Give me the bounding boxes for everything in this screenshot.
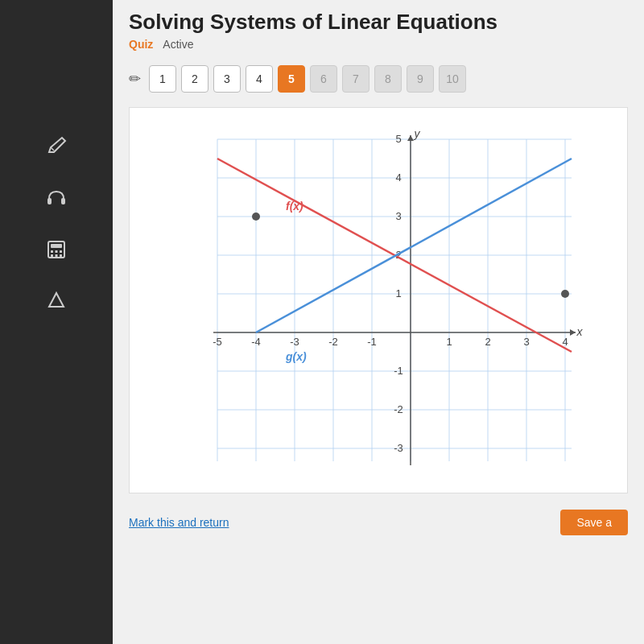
graph-area: -5 -4 -3 -2 -1 1 2 3 4 x 5 4 3 2 1 -1 -2… [129, 107, 628, 493]
svg-rect-3 [61, 198, 65, 204]
svg-line-1 [51, 147, 54, 151]
svg-text:4: 4 [395, 171, 401, 184]
footer: Mark this and return Save a [113, 502, 644, 543]
active-label: Active [163, 38, 193, 51]
svg-text:-1: -1 [367, 336, 377, 348]
svg-text:1: 1 [446, 336, 452, 348]
question-btn-6[interactable]: 6 [310, 65, 337, 93]
svg-text:5: 5 [395, 133, 401, 145]
svg-rect-7 [56, 250, 58, 253]
question-btn-2[interactable]: 2 [181, 65, 208, 93]
svg-rect-10 [56, 254, 58, 257]
headphones-tool[interactable] [39, 180, 74, 216]
fx-label: f(x) [286, 200, 303, 213]
svg-rect-11 [60, 254, 62, 257]
svg-text:-4: -4 [251, 336, 261, 348]
svg-rect-6 [51, 250, 53, 253]
gx-label: g(x) [285, 350, 307, 363]
svg-text:-5: -5 [213, 336, 222, 348]
svg-text:-3: -3 [290, 336, 299, 348]
svg-text:4: 4 [562, 336, 568, 348]
svg-rect-8 [60, 250, 62, 253]
pencil-tool[interactable] [39, 129, 74, 164]
gx-line [256, 159, 572, 332]
question-btn-3[interactable]: 3 [213, 65, 241, 93]
question-btn-8[interactable]: 8 [374, 65, 402, 93]
svg-marker-12 [49, 293, 64, 307]
svg-text:-1: -1 [394, 365, 403, 377]
arrow-up-tool[interactable] [39, 283, 74, 319]
main-content: Solving Systems of Linear Equations Quiz… [113, 0, 644, 644]
svg-text:3: 3 [395, 210, 401, 222]
question-btn-5[interactable]: 5 [278, 65, 305, 93]
save-button[interactable]: Save a [560, 510, 628, 535]
header-meta: Quiz Active [129, 38, 628, 51]
quiz-label: Quiz [129, 38, 153, 51]
svg-marker-35 [407, 135, 414, 141]
svg-text:-2: -2 [394, 403, 403, 415]
svg-text:-2: -2 [328, 336, 338, 348]
svg-rect-5 [51, 244, 62, 248]
question-btn-1[interactable]: 1 [149, 65, 176, 93]
calculator-tool[interactable] [39, 232, 74, 267]
fx-dot1 [252, 213, 260, 221]
header: Solving Systems of Linear Equations Quiz… [113, 0, 644, 51]
fx-dot2 [561, 290, 569, 298]
question-nav: ✏ 1 2 3 4 5 6 7 8 9 10 [113, 59, 644, 99]
question-btn-9[interactable]: 9 [407, 65, 434, 93]
svg-marker-34 [570, 329, 576, 336]
svg-marker-0 [49, 138, 65, 152]
tool-panel [0, 0, 113, 644]
svg-text:y: y [414, 127, 421, 140]
svg-rect-9 [51, 254, 53, 257]
question-btn-10[interactable]: 10 [439, 65, 466, 93]
svg-text:x: x [576, 325, 584, 338]
mark-return-link[interactable]: Mark this and return [129, 516, 229, 529]
svg-text:2: 2 [485, 336, 490, 348]
question-btn-7[interactable]: 7 [342, 65, 369, 93]
svg-rect-2 [47, 198, 52, 204]
page-title: Solving Systems of Linear Equations [129, 10, 628, 35]
graph-svg: -5 -4 -3 -2 -1 1 2 3 4 x 5 4 3 2 1 -1 -2… [169, 123, 588, 477]
pencil-icon: ✏ [129, 70, 141, 88]
svg-text:1: 1 [395, 287, 401, 299]
question-btn-4[interactable]: 4 [246, 65, 273, 93]
svg-text:3: 3 [523, 336, 529, 348]
svg-text:-3: -3 [394, 442, 403, 454]
